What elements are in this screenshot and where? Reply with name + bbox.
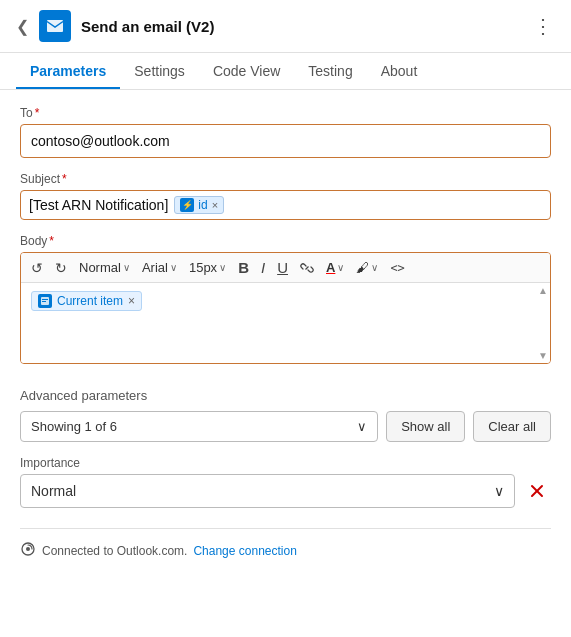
importance-row: Importance Normal ∨: [20, 456, 551, 508]
highlight-dropdown[interactable]: 🖌 ∨: [352, 258, 382, 277]
svg-rect-3: [42, 301, 46, 302]
scroll-down-arrow[interactable]: ▼: [538, 350, 548, 361]
style-label: Normal: [79, 260, 121, 275]
advanced-label: Advanced parameters: [20, 388, 551, 403]
importance-label: Importance: [20, 456, 551, 470]
italic-button[interactable]: I: [257, 257, 269, 278]
editor-scrollbar: ▲ ▼: [538, 285, 548, 361]
svg-rect-2: [42, 299, 48, 300]
current-item-tag[interactable]: Current item ×: [31, 291, 142, 311]
subject-prefix-text: [Test ARN Notification]: [29, 197, 168, 213]
connection-icon: [20, 541, 36, 560]
style-dropdown[interactable]: Normal ∨: [75, 258, 134, 277]
body-editor: ↺ ↻ Normal ∨ Arial ∨ 15px ∨ B I U: [20, 252, 551, 364]
subject-input-container[interactable]: [Test ARN Notification] ⚡ id ×: [20, 190, 551, 220]
to-label: To*: [20, 106, 551, 120]
token-label: id: [198, 198, 207, 212]
font-chevron-icon: ∨: [170, 262, 177, 273]
page-title: Send an email (V2): [81, 18, 214, 35]
tabs-bar: Parameters Settings Code View Testing Ab…: [0, 53, 571, 90]
editor-toolbar: ↺ ↻ Normal ∨ Arial ∨ 15px ∨ B I U: [21, 253, 550, 283]
size-label: 15px: [189, 260, 217, 275]
footer: Connected to Outlook.com. Change connect…: [20, 528, 551, 560]
showing-chevron-icon: ∨: [357, 419, 367, 434]
importance-row-inner: Normal ∨: [20, 474, 551, 508]
svg-rect-0: [47, 20, 63, 32]
size-dropdown[interactable]: 15px ∨: [185, 258, 230, 277]
to-input[interactable]: [20, 124, 551, 158]
subject-label: Subject*: [20, 172, 551, 186]
clear-all-button[interactable]: Clear all: [473, 411, 551, 442]
main-content: To* Subject* [Test ARN Notification] ⚡ i…: [0, 90, 571, 576]
subject-token-id[interactable]: ⚡ id ×: [174, 196, 224, 214]
svg-point-7: [26, 547, 30, 551]
connection-text: Connected to Outlook.com.: [42, 544, 187, 558]
importance-chevron-icon: ∨: [494, 483, 504, 499]
more-options-button[interactable]: ⋮: [533, 14, 555, 38]
clear-importance-button[interactable]: [523, 477, 551, 505]
top-bar: ❮ Send an email (V2) ⋮: [0, 0, 571, 53]
change-connection-link[interactable]: Change connection: [193, 544, 296, 558]
tab-parameters[interactable]: Parameters: [16, 53, 120, 89]
importance-dropdown[interactable]: Normal ∨: [20, 474, 515, 508]
font-color-label: A: [326, 260, 335, 275]
style-chevron-icon: ∨: [123, 262, 130, 273]
size-chevron-icon: ∨: [219, 262, 226, 273]
current-item-close[interactable]: ×: [128, 294, 135, 308]
advanced-section: Advanced parameters Showing 1 of 6 ∨ Sho…: [20, 388, 551, 508]
showing-text: Showing 1 of 6: [31, 419, 117, 434]
font-color-dropdown[interactable]: A ∨: [322, 258, 348, 277]
advanced-row: Showing 1 of 6 ∨ Show all Clear all: [20, 411, 551, 442]
highlight-chevron-icon: ∨: [371, 262, 378, 273]
editor-body[interactable]: Current item × ▲ ▼: [21, 283, 550, 363]
show-all-button[interactable]: Show all: [386, 411, 465, 442]
link-button[interactable]: [296, 259, 318, 277]
showing-dropdown[interactable]: Showing 1 of 6 ∨: [20, 411, 378, 442]
font-label: Arial: [142, 260, 168, 275]
current-item-label: Current item: [57, 294, 123, 308]
undo-button[interactable]: ↺: [27, 258, 47, 278]
body-field-group: Body* ↺ ↻ Normal ∨ Arial ∨ 15px ∨ B: [20, 234, 551, 364]
token-close-button[interactable]: ×: [212, 199, 218, 211]
redo-button[interactable]: ↻: [51, 258, 71, 278]
code-button[interactable]: <>: [386, 259, 408, 277]
font-color-chevron-icon: ∨: [337, 262, 344, 273]
font-dropdown[interactable]: Arial ∨: [138, 258, 181, 277]
back-button[interactable]: ❮: [16, 17, 29, 36]
tab-code-view[interactable]: Code View: [199, 53, 294, 89]
app-icon: [39, 10, 71, 42]
current-item-icon: [38, 294, 52, 308]
token-icon: ⚡: [180, 198, 194, 212]
tab-about[interactable]: About: [367, 53, 432, 89]
top-bar-left: ❮ Send an email (V2): [16, 10, 214, 42]
tab-testing[interactable]: Testing: [294, 53, 366, 89]
body-label: Body*: [20, 234, 551, 248]
underline-button[interactable]: U: [273, 257, 292, 278]
scroll-up-arrow[interactable]: ▲: [538, 285, 548, 296]
highlight-label: 🖌: [356, 260, 369, 275]
tab-settings[interactable]: Settings: [120, 53, 199, 89]
to-field-group: To*: [20, 106, 551, 158]
subject-field-group: Subject* [Test ARN Notification] ⚡ id ×: [20, 172, 551, 220]
importance-value: Normal: [31, 483, 76, 499]
bold-button[interactable]: B: [234, 257, 253, 278]
